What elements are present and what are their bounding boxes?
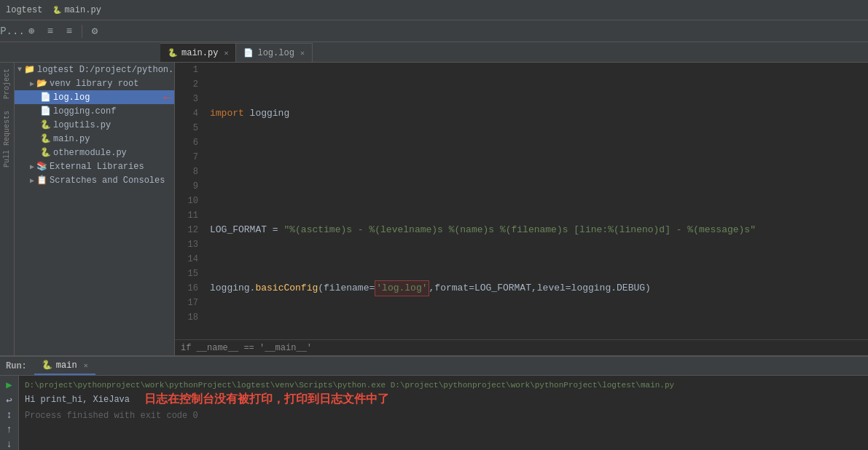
sidebar-logutils-label: logutils.py <box>53 120 111 130</box>
run-output[interactable]: D:\project\pythonproject\work\pythonProj… <box>19 376 868 450</box>
line-num-14: 14 <box>178 252 198 267</box>
sidebar-item-loggingconf[interactable]: 📄 logging.conf <box>15 104 174 118</box>
app-name: logtest <box>6 5 42 15</box>
sidebar-item-extlibs[interactable]: ▶ 📚 External Libraries <box>15 159 174 173</box>
run-tab-close[interactable]: ✕ <box>84 361 88 370</box>
sidebar-item-othermodule[interactable]: 🐍 othermodule.py <box>15 146 174 159</box>
sidebar-logtest-label: logtest D:/project/python... <box>37 65 175 75</box>
conf-icon: 📄 <box>40 106 51 117</box>
arrow-right-icon: ▶ <box>30 79 34 88</box>
line-num-7: 7 <box>178 150 198 165</box>
sidebar-othermodule-label: othermodule.py <box>53 148 127 158</box>
sidebar-extlibs-label: External Libraries <box>50 162 144 172</box>
run-label: Run: <box>6 361 27 371</box>
code-line-1: import logging <box>210 106 862 121</box>
sidebar: ▼ 📁 logtest D:/project/python... ▶ 📂 ven… <box>15 63 175 355</box>
tab-log-label: log.log <box>257 48 294 58</box>
run-scroll-btn[interactable]: ↕ <box>2 409 17 421</box>
sidebar-item-logtest[interactable]: ▼ 📁 logtest D:/project/python... <box>15 63 174 76</box>
run-content: ▶ ↩ ↕ ↑ ↓ D:\project\pythonproject\work\… <box>0 376 868 450</box>
sidebar-item-logutils[interactable]: 🐍 logutils.py <box>15 118 174 132</box>
scratches-icon: 📋 <box>36 175 47 186</box>
venv-icon: 📂 <box>36 78 47 89</box>
line-num-8: 8 <box>178 165 198 179</box>
line-num-4: 4 <box>178 106 198 121</box>
run-panel: Run: 🐍 main ✕ ▶ ↩ ↕ ↑ ↓ D:\project\pytho… <box>0 355 868 450</box>
run-tab-main[interactable]: 🐍 main ✕ <box>34 358 95 375</box>
code-editor[interactable]: 1 2 3 4 5 6 7 8 9 10 11 12 13 14 15 16 1… <box>175 63 868 339</box>
line-num-9: 9 <box>178 179 198 194</box>
tab-main-py[interactable]: 🐍 main.py ✕ <box>160 43 236 62</box>
toolbar-project-btn[interactable]: P... <box>4 23 20 39</box>
tab-log-icon: 📄 <box>243 48 254 58</box>
run-down-btn[interactable]: ↓ <box>2 438 17 450</box>
code-line-2 <box>210 165 862 179</box>
py-file-icon: 🐍 <box>40 119 51 130</box>
sidebar-loglog-label: log.log <box>53 92 90 103</box>
run-tab-icon: 🐍 <box>42 360 52 371</box>
line-num-3: 3 <box>178 92 198 106</box>
title-tab-label: main.py <box>64 5 101 15</box>
run-up-btn[interactable]: ↑ <box>2 424 17 435</box>
toolbar-separator <box>82 25 82 38</box>
line-num-5: 5 <box>178 121 198 135</box>
main-content: Project Pull Requests ▼ 📁 logtest D:/pro… <box>0 63 868 355</box>
line-num-2: 2 <box>178 77 198 92</box>
sidebar-item-scratches[interactable]: ▶ 📋 Scratches and Consoles <box>15 173 174 187</box>
line-numbers: 1 2 3 4 5 6 7 8 9 10 11 12 13 14 15 16 1… <box>175 63 204 339</box>
code-content[interactable]: import logging LOG_FORMAT = "%(asctime)s… <box>204 63 868 339</box>
toolbar-settings-btn[interactable]: ⚙ <box>87 23 103 39</box>
title-bar: logtest 🐍 main.py <box>0 0 868 20</box>
line-num-6: 6 <box>178 135 198 150</box>
sidebar-item-mainpy[interactable]: 🐍 main.py <box>15 132 174 146</box>
line-num-11: 11 <box>178 208 198 223</box>
sidebar-scratches-label: Scratches and Consoles <box>50 175 165 186</box>
sidebar-mainpy-label: main.py <box>53 134 90 144</box>
tab-log-log[interactable]: 📄 log.log ✕ <box>236 43 312 62</box>
run-play-btn[interactable]: ▶ <box>2 379 17 391</box>
run-toolbar: ▶ ↩ ↕ ↑ ↓ <box>0 376 19 450</box>
run-command-path: D:\project\pythonproject\work\pythonProj… <box>25 379 862 392</box>
line-num-1: 1 <box>178 63 198 77</box>
folder-icon: 📁 <box>24 64 35 75</box>
toolbar-list2-btn[interactable]: ≡ <box>61 23 77 39</box>
tab-main-label: main.py <box>181 48 218 58</box>
other-icon: 🐍 <box>40 147 51 158</box>
line-num-13: 13 <box>178 237 198 252</box>
sidebar-item-loglog[interactable]: 📄 log.log ← <box>15 90 174 104</box>
toolbar-add-btn[interactable]: ⊕ <box>23 23 39 39</box>
run-annotation-text: 日志在控制台没有被打印，打印到日志文件中了 <box>144 393 389 406</box>
mainpy-icon: 🐍 <box>40 133 51 144</box>
vtab-pull[interactable]: Pull Requests <box>1 105 12 173</box>
tab-main-close[interactable]: ✕ <box>224 49 228 58</box>
sidebar-loggingconf-label: logging.conf <box>53 106 116 117</box>
line-num-16: 16 <box>178 281 198 296</box>
run-stop-btn[interactable]: ↩ <box>2 394 17 406</box>
code-line-4: logging.basicConfig(filename='log.log',f… <box>210 281 862 296</box>
arrow-ext-icon: ▶ <box>30 162 34 171</box>
run-exit-row: Process finished with exit code 0 <box>25 409 862 422</box>
extlibs-icon: 📚 <box>36 161 47 172</box>
sidebar-item-venv[interactable]: ▶ 📂 venv library root <box>15 76 174 90</box>
line-num-10: 10 <box>178 194 198 208</box>
line-num-17: 17 <box>178 296 198 310</box>
line-num-15: 15 <box>178 267 198 281</box>
run-output-text: Hi print_hi, XieJava <box>25 393 130 406</box>
red-arrow-icon: ← <box>163 90 171 105</box>
tab-bar: 🐍 main.py ✕ 📄 log.log ✕ <box>0 42 868 63</box>
toolbar-list-btn[interactable]: ≡ <box>42 23 58 39</box>
toolbar: P... ⊕ ≡ ≡ ⚙ <box>0 20 868 42</box>
line-num-12: 12 <box>178 223 198 237</box>
arrow-down-icon: ▼ <box>17 66 22 74</box>
py-icon: 🐍 <box>52 6 61 15</box>
vtab-project[interactable]: Project <box>1 63 12 105</box>
code-line-3: LOG_FORMAT = "%(asctime)s - %(levelname)… <box>210 223 862 237</box>
run-exit-text: Process finished with exit code 0 <box>25 411 198 421</box>
line-num-18: 18 <box>178 310 198 325</box>
hint-text: if __name__ == '__main__' <box>181 343 312 353</box>
tab-log-close[interactable]: ✕ <box>300 49 305 58</box>
run-output-row: Hi print_hi, XieJava 日志在控制台没有被打印，打印到日志文件… <box>25 393 862 406</box>
editor-area: 1 2 3 4 5 6 7 8 9 10 11 12 13 14 15 16 1… <box>175 63 868 355</box>
hint-bar: if __name__ == '__main__' <box>175 339 868 355</box>
vertical-tabs: Project Pull Requests <box>0 63 15 355</box>
